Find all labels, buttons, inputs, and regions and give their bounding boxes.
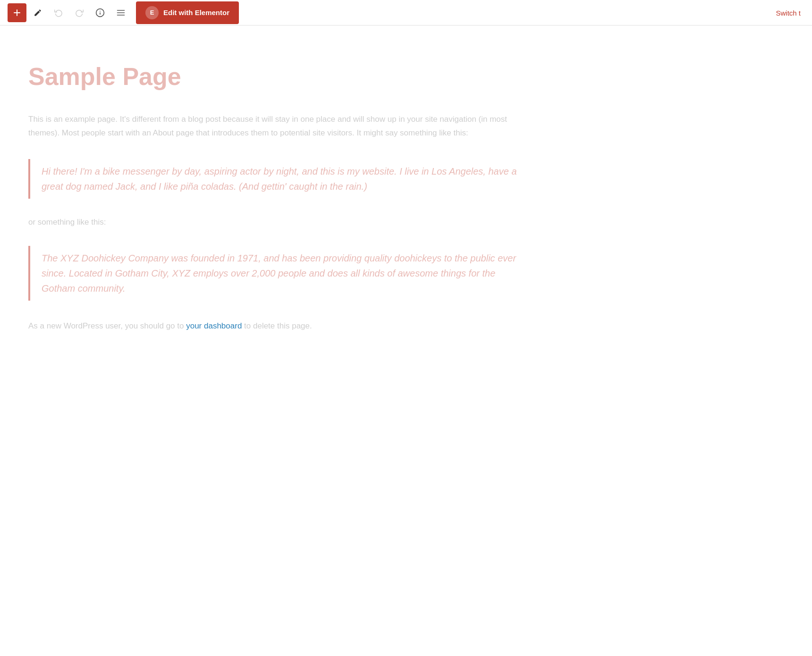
info-button[interactable] (91, 3, 110, 22)
footer-text-after: to delete this page. (242, 321, 312, 330)
undo-icon (54, 8, 63, 17)
edit-elementor-label: Edit with Elementor (163, 8, 229, 17)
redo-icon (75, 8, 84, 17)
page-title: Sample Page (28, 63, 538, 90)
page-content: Sample Page This is an example page. It'… (0, 25, 567, 362)
or-text: or something like this: (28, 218, 538, 227)
plus-icon (12, 8, 22, 17)
intro-paragraph: This is an example page. It's different … (28, 113, 538, 140)
add-button[interactable] (8, 3, 26, 22)
hamburger-icon (116, 8, 126, 17)
edit-elementor-button[interactable]: E Edit with Elementor (136, 1, 239, 24)
undo-button[interactable] (49, 3, 68, 22)
pen-button[interactable] (28, 3, 47, 22)
elementor-icon: E (145, 6, 159, 19)
menu-button[interactable] (111, 3, 130, 22)
dashboard-link[interactable]: your dashboard (186, 321, 242, 330)
blockquote-1-text: Hi there! I'm a bike messenger by day, a… (42, 164, 527, 194)
pen-icon (34, 8, 42, 17)
redo-button[interactable] (70, 3, 89, 22)
footer-text-before: As a new WordPress user, you should go t… (28, 321, 186, 330)
switch-button[interactable]: Switch t (776, 8, 801, 17)
toolbar: E Edit with Elementor Switch t (0, 0, 812, 25)
blockquote-2: The XYZ Doohickey Company was founded in… (28, 246, 538, 301)
blockquote-1: Hi there! I'm a bike messenger by day, a… (28, 159, 538, 199)
info-icon (95, 8, 105, 17)
footer-paragraph: As a new WordPress user, you should go t… (28, 320, 538, 333)
blockquote-2-text: The XYZ Doohickey Company was founded in… (42, 251, 527, 296)
